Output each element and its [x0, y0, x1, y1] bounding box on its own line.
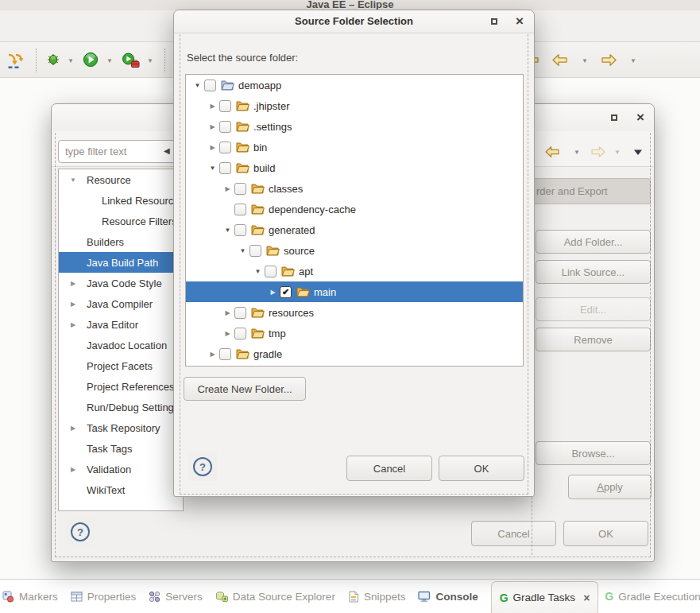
properties-cancel-button[interactable]: Cancel	[471, 521, 556, 546]
expander-open-icon[interactable]: ▼	[191, 82, 204, 89]
expander-open-icon[interactable]: ▼	[236, 247, 249, 254]
tree-item-resources[interactable]: ▶resources	[186, 302, 523, 323]
tab-snippets[interactable]: Snippets	[348, 591, 406, 603]
tab-gradle-executions[interactable]: GGradle Executions	[605, 591, 700, 603]
tree-item-apt[interactable]: ▼apt	[186, 261, 523, 281]
checkbox[interactable]	[234, 183, 246, 195]
tree-item-main[interactable]: ▶✔main	[186, 281, 523, 302]
sidebar-item-resource[interactable]: ▼Resource	[59, 169, 183, 190]
close-icon[interactable]: ×	[516, 14, 524, 28]
forward-icon[interactable]	[601, 53, 617, 67]
tree-item-build[interactable]: ▼build	[186, 157, 523, 178]
tree-item-gradle[interactable]: ▶gradle	[186, 343, 523, 364]
tab-markers[interactable]: Markers	[2, 591, 58, 603]
tab-properties[interactable]: Properties	[71, 591, 137, 603]
view-menu-icon[interactable]	[633, 149, 643, 156]
properties-ok-button[interactable]: OK	[563, 521, 648, 546]
tree-item-demoapp[interactable]: ▼demoapp	[186, 75, 523, 95]
help-button[interactable]: ?	[66, 518, 95, 546]
tree-item-.settings[interactable]: ▶.settings	[186, 116, 523, 137]
ok-button[interactable]: OK	[439, 456, 524, 481]
tab-servers[interactable]: Servers	[149, 591, 203, 603]
launch-config-icon[interactable]	[6, 51, 25, 70]
expander-closed-icon[interactable]: ▶	[67, 301, 79, 308]
sidebar-item-project-facets[interactable]: Project Facets	[59, 355, 183, 376]
back-dropdown-icon[interactable]: ▼	[582, 57, 588, 64]
checkbox[interactable]	[219, 121, 231, 133]
sidebar-item-builders[interactable]: Builders	[59, 231, 183, 252]
sidebar-item-task-tags[interactable]: Task Tags	[59, 438, 183, 459]
forward-dropdown-icon[interactable]: ▼	[630, 57, 636, 64]
forward-dropdown-icon[interactable]: ▼	[614, 149, 621, 156]
expander-closed-icon[interactable]: ▶	[221, 185, 234, 192]
tree-item-bin[interactable]: ▶bin	[186, 137, 523, 157]
sidebar-item-linked-resources[interactable]: Linked Resources	[59, 190, 183, 211]
tab-data-source-explorer[interactable]: Data Source Explorer	[215, 591, 335, 603]
expander-closed-icon[interactable]: ▶	[67, 466, 79, 473]
checkbox[interactable]	[265, 266, 277, 277]
cancel-button[interactable]: Cancel	[346, 456, 432, 481]
sidebar-item-java-code-style[interactable]: ▶Java Code Style	[59, 273, 183, 293]
expander-closed-icon[interactable]: ▶	[266, 289, 280, 296]
browse-button[interactable]: Browse...	[536, 441, 651, 465]
debug-dropdown-icon[interactable]: ▼	[68, 57, 74, 64]
create-new-folder-button[interactable]: Create New Folder...	[184, 377, 306, 401]
checkbox[interactable]	[219, 142, 231, 153]
sidebar-item-java-editor[interactable]: ▶Java Editor	[59, 314, 183, 335]
expander-open-icon[interactable]: ▼	[67, 177, 79, 184]
tab-order-and-export[interactable]: rder and Export	[528, 178, 651, 204]
apply-button[interactable]: Apply	[568, 475, 652, 499]
expander-open-icon[interactable]: ▼	[221, 227, 234, 234]
tree-item-tmp[interactable]: ▶tmp	[186, 323, 523, 343]
forward-icon[interactable]	[590, 145, 606, 158]
sidebar-item-wikitext[interactable]: WikiText	[59, 479, 183, 500]
back-dropdown-icon[interactable]: ▼	[574, 149, 580, 156]
expander-closed-icon[interactable]: ▶	[206, 144, 219, 151]
expander-closed-icon[interactable]: ▶	[221, 330, 234, 337]
expander-closed-icon[interactable]: ▶	[206, 103, 219, 110]
add-folder-button[interactable]: Add Folder...	[536, 230, 651, 254]
tab-gradle-tasks[interactable]: GGradle Tasks×	[491, 581, 599, 613]
checkbox[interactable]	[219, 100, 231, 112]
checkbox[interactable]	[234, 328, 246, 339]
sidebar-item-java-build-path[interactable]: Java Build Path	[59, 252, 183, 273]
tab-console[interactable]: Console	[418, 591, 478, 603]
expander-closed-icon[interactable]: ▶	[206, 123, 219, 130]
edit-button[interactable]: Edit...	[536, 297, 651, 321]
sidebar-item-java-compiler[interactable]: ▶Java Compiler	[59, 293, 183, 314]
checkbox[interactable]	[234, 204, 246, 215]
checkbox[interactable]	[219, 348, 231, 360]
expander-closed-icon[interactable]: ▶	[67, 321, 79, 328]
clear-filter-icon[interactable]: ◀	[164, 146, 170, 155]
tree-item-classes[interactable]: ▶classes	[186, 178, 523, 199]
expander-closed-icon[interactable]: ▶	[67, 280, 79, 287]
sidebar-item-javadoc-location[interactable]: Javadoc Location	[59, 335, 183, 355]
back-icon[interactable]	[551, 53, 568, 67]
maximize-icon[interactable]	[491, 18, 497, 25]
debug-icon[interactable]	[46, 52, 60, 67]
checkbox[interactable]: ✔	[280, 286, 292, 298]
sidebar-item-task-repository[interactable]: ▶Task Repository	[59, 417, 183, 438]
help-button[interactable]: ?	[188, 452, 217, 481]
sidebar-item-resource-filters[interactable]: Resource Filters	[59, 211, 183, 231]
tree-item-dependency-cache[interactable]: dependency-cache	[186, 199, 523, 219]
tree-item-generated[interactable]: ▼generated	[186, 219, 523, 240]
run-icon[interactable]	[83, 52, 99, 68]
checkbox[interactable]	[234, 224, 246, 236]
tab-close-icon[interactable]: ×	[583, 592, 590, 604]
run-external-icon[interactable]	[122, 52, 140, 68]
tree-item-.jhipster[interactable]: ▶.jhipster	[186, 95, 523, 116]
checkbox[interactable]	[219, 162, 231, 174]
remove-button[interactable]: Remove	[536, 328, 651, 351]
expander-closed-icon[interactable]: ▶	[67, 425, 79, 432]
run-dropdown-icon[interactable]: ▼	[106, 57, 113, 64]
tree-item-source[interactable]: ▼source	[186, 240, 523, 261]
checkbox[interactable]	[234, 307, 246, 319]
expander-open-icon[interactable]: ▼	[206, 165, 219, 172]
filter-input[interactable]	[58, 140, 177, 163]
sidebar-item-validation[interactable]: ▶Validation	[59, 459, 183, 479]
sidebar-item-run-debug-settings[interactable]: Run/Debug Settings	[59, 397, 183, 417]
expander-closed-icon[interactable]: ▶	[206, 351, 219, 358]
maximize-icon[interactable]	[611, 114, 617, 121]
expander-open-icon[interactable]: ▼	[251, 268, 265, 275]
